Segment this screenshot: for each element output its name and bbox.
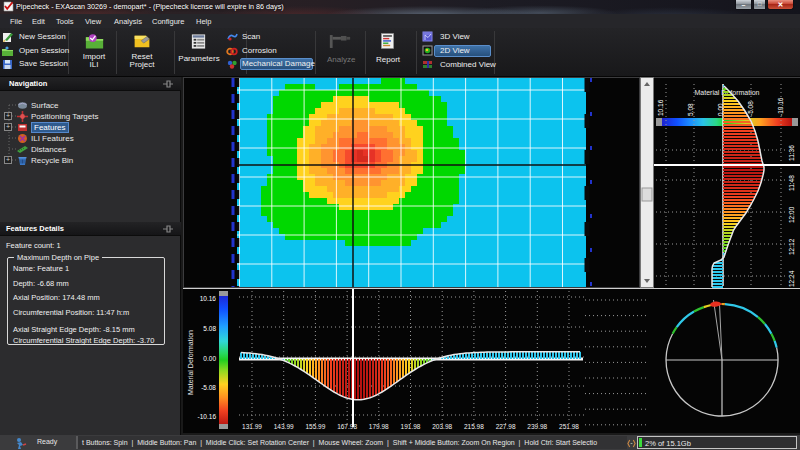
- svg-text:143.99: 143.99: [274, 423, 294, 430]
- svg-text:179.98: 179.98: [369, 423, 389, 430]
- svg-text:0.00: 0.00: [203, 355, 216, 362]
- svg-text:12:00: 12:00: [788, 206, 795, 223]
- svg-text:131.99: 131.99: [242, 423, 262, 430]
- svg-text:-10.16: -10.16: [198, 413, 217, 420]
- svg-text:227.98: 227.98: [496, 423, 516, 430]
- svg-text:155.99: 155.99: [305, 423, 325, 430]
- svg-text:215.98: 215.98: [464, 423, 484, 430]
- svg-text:10.16: 10.16: [657, 99, 664, 116]
- svg-text:10.16: 10.16: [200, 295, 217, 302]
- svg-text:203.98: 203.98: [432, 423, 452, 430]
- svg-text:239.98: 239.98: [527, 423, 547, 430]
- svg-text:12:24: 12:24: [788, 270, 795, 287]
- svg-text:-5.08: -5.08: [201, 384, 216, 391]
- svg-text:167.98: 167.98: [337, 423, 357, 430]
- svg-text:251.98: 251.98: [559, 423, 579, 430]
- svg-text:Material Deformation: Material Deformation: [187, 330, 194, 395]
- svg-text:11:48: 11:48: [788, 175, 795, 191]
- svg-text:5.08: 5.08: [687, 103, 694, 116]
- svg-text:5.08: 5.08: [203, 325, 216, 332]
- svg-text:191.98: 191.98: [401, 423, 421, 430]
- svg-text:11:36: 11:36: [788, 145, 795, 161]
- svg-text:12:12: 12:12: [788, 238, 795, 255]
